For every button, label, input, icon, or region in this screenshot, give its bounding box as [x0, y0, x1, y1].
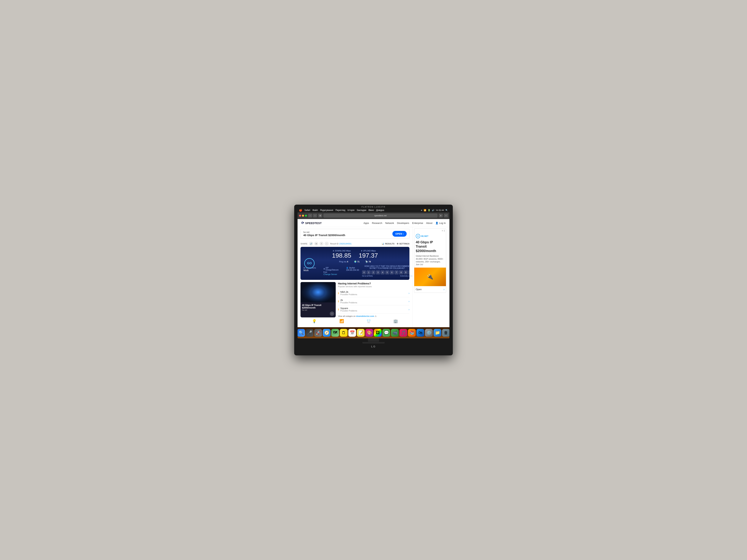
- menu-file[interactable]: Файл: [312, 209, 318, 212]
- tab-switcher-button[interactable]: ⊞: [318, 214, 322, 217]
- sidebar-ad-close[interactable]: ✕ ℹ: [414, 229, 446, 233]
- problem-name: NBA 2k: [340, 291, 357, 293]
- nps-2[interactable]: 2: [371, 270, 375, 274]
- ad-open-button[interactable]: OPEN ›: [392, 231, 407, 237]
- settings-button[interactable]: ⚙ SETTINGS: [397, 243, 409, 245]
- nps-0[interactable]: 0: [362, 270, 366, 274]
- menu-bookmarks[interactable]: Закладки: [357, 209, 366, 212]
- dock-item-safari[interactable]: 🧭: [323, 329, 331, 337]
- user-icon: 👤: [435, 222, 438, 224]
- dock-item-siri[interactable]: 🎤: [306, 329, 313, 337]
- main-center: he.net 40 Gbps IP Transit $2000/month OP…: [298, 227, 412, 327]
- share-facebook-icon[interactable]: f: [319, 242, 324, 246]
- earth-glow: [311, 287, 326, 298]
- menu-safari[interactable]: Safari: [304, 209, 310, 212]
- problem-arrow-2k[interactable]: ›: [409, 300, 409, 303]
- menu-edit[interactable]: Редагування: [320, 209, 333, 212]
- nps-4[interactable]: 4: [381, 270, 385, 274]
- dock-item-facetime[interactable]: 📹: [391, 329, 399, 337]
- ping-value: 4: [347, 261, 348, 263]
- dock-item-launchpad[interactable]: 🚀: [314, 329, 322, 337]
- nps-10[interactable]: 10: [408, 270, 412, 274]
- problem-info: NBA 2k Possible Problems: [340, 291, 357, 296]
- share-twitter-icon[interactable]: ✉: [314, 242, 318, 246]
- dock-item-finder2[interactable]: 📁: [434, 329, 441, 337]
- dock-item-photos[interactable]: 🖼: [374, 329, 382, 337]
- stand-neck: [368, 338, 379, 342]
- dock-item-settings[interactable]: ⚙️: [425, 329, 433, 337]
- address-bar[interactable]: speedtest.net: [323, 214, 438, 218]
- problem-nba2k[interactable]: ℹ NBA 2k Possible Problems ›: [338, 289, 409, 297]
- dock-item-calendar[interactable]: 📅: [348, 329, 356, 337]
- bottom-icon-5g[interactable]: ((·)) 5G: [367, 319, 370, 323]
- nps-8[interactable]: 8: [399, 270, 403, 274]
- problem-2k[interactable]: ℹ 2k Possible Problems ›: [338, 297, 409, 305]
- change-server-link[interactable]: Change Server: [324, 273, 339, 275]
- dock-item-trash[interactable]: 🗑: [442, 329, 449, 337]
- fullscreen-button[interactable]: [305, 215, 307, 217]
- problem-arrow-sq[interactable]: ›: [409, 308, 409, 311]
- sidebar-ad-desc: Global Internet Backbone 30,000+ BGP ses…: [414, 254, 446, 268]
- dock-item-notes[interactable]: 🗒: [340, 329, 347, 337]
- menu-help[interactable]: Довідка: [376, 209, 384, 212]
- menu-history[interactable]: Історія: [347, 209, 354, 212]
- isp-col: ⊞ ISP OmegaTelecom Kyiv Change Server: [324, 267, 339, 275]
- traffic-lights: [299, 215, 307, 217]
- nps-9[interactable]: 9: [404, 270, 408, 274]
- speedtest-bottom-icons: 💡 📶 ((·)) 5G 🏢: [301, 317, 409, 324]
- share-right: 📊 RESULTS ⚙ SETTINGS: [382, 243, 409, 245]
- sidebar-open-button[interactable]: Open: [416, 288, 422, 291]
- nav-developers[interactable]: Developers: [397, 222, 409, 224]
- dock-item-messages[interactable]: 💬: [382, 329, 390, 337]
- nps-3[interactable]: 3: [376, 270, 380, 274]
- upload-metric: ⬆ UPLOAD Mbps 197.37: [359, 250, 378, 259]
- problem-arrow[interactable]: ›: [409, 292, 409, 295]
- login-button[interactable]: 👤 Log In: [435, 222, 446, 224]
- dock-item-stickies[interactable]: 📝: [357, 329, 365, 337]
- nps-6[interactable]: 6: [390, 270, 394, 274]
- search-icon[interactable]: 🔍: [445, 209, 448, 212]
- share-more-icon[interactable]: ···: [325, 242, 329, 246]
- nav-apps[interactable]: Apps: [363, 222, 369, 224]
- share-link-icon[interactable]: 🔗: [309, 242, 313, 246]
- menu-view[interactable]: Перегляд: [335, 209, 345, 212]
- bottom-icon-signal[interactable]: 📶: [339, 319, 344, 323]
- bottom-icon-building[interactable]: 🏢: [393, 319, 398, 323]
- go-button[interactable]: GO: [304, 258, 315, 268]
- sidebar-open-arrow[interactable]: ›: [443, 288, 444, 291]
- problem-square[interactable]: ℹ Square Possible Problems ›: [338, 305, 409, 314]
- share-button[interactable]: ⬆: [439, 214, 443, 217]
- loss-label: 📡 78: [365, 261, 371, 263]
- back-button[interactable]: ‹: [308, 214, 312, 217]
- nps-5[interactable]: 5: [385, 270, 389, 274]
- dock-item-maps[interactable]: 🗺: [331, 329, 339, 337]
- ad-block-arrow[interactable]: ›: [330, 312, 334, 316]
- new-tab-button[interactable]: +: [444, 214, 448, 217]
- nps-1[interactable]: 1: [367, 270, 371, 274]
- forward-button[interactable]: ›: [313, 214, 317, 217]
- dock-item-books[interactable]: 📚: [408, 329, 416, 337]
- nav-network[interactable]: Network: [385, 222, 394, 224]
- downdetector-url[interactable]: downdetector.com: [356, 315, 374, 317]
- nav-enterprise[interactable]: Enterprise: [412, 222, 423, 224]
- bottom-section: 40 Gbps IP Transit $2000/month he.net › …: [301, 282, 409, 317]
- upload-value: 197.37: [359, 252, 378, 259]
- results-button[interactable]: 📊 RESULTS: [382, 243, 394, 245]
- menu-window[interactable]: Вікно: [368, 209, 374, 212]
- problem-info-2k: 2k Possible Problems: [340, 299, 357, 304]
- bottom-icon-bulb[interactable]: 💡: [312, 319, 317, 323]
- dock-item-finder[interactable]: 🔍: [298, 329, 305, 337]
- settings-icon: ⚙: [397, 243, 398, 245]
- close-button[interactable]: [299, 215, 301, 217]
- apple-menu[interactable]: 🍎: [299, 209, 302, 212]
- share-label: SHARE: [301, 243, 308, 245]
- nav-about[interactable]: About: [426, 222, 432, 224]
- nav-research[interactable]: Research: [372, 222, 382, 224]
- dock-item-colorsync[interactable]: 🎨: [365, 329, 373, 337]
- dock-item-music[interactable]: 🎵: [400, 329, 407, 337]
- dock-item-appstore[interactable]: 🛍: [416, 329, 424, 337]
- result-id-value: 15826184591: [339, 243, 352, 245]
- minimize-button[interactable]: [302, 215, 304, 217]
- nps-7[interactable]: 7: [394, 270, 398, 274]
- problem-left-sq: ℹ Square Possible Problems: [338, 307, 357, 312]
